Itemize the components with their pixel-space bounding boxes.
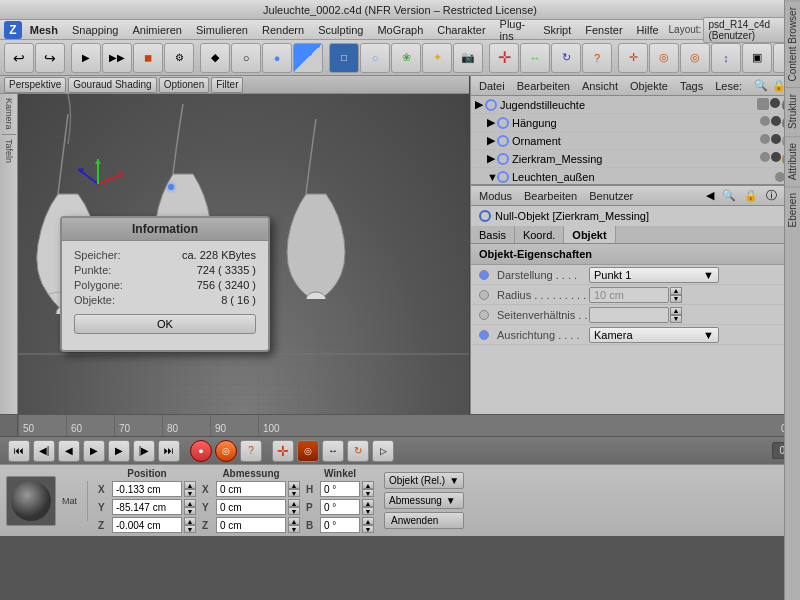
vp-options-btn[interactable]: Optionen <box>159 77 210 93</box>
undo-btn[interactable]: ↩ <box>4 43 34 73</box>
x-spin-up[interactable]: ▲ <box>184 481 196 489</box>
menu-snapping[interactable]: Snapping <box>66 20 125 39</box>
menu-skript[interactable]: Skript <box>537 20 577 39</box>
play-btn[interactable]: ▶ <box>83 440 105 462</box>
om-lese[interactable]: Lese: <box>711 80 746 92</box>
tree-item[interactable]: ▶ Zierkram_Messing <box>471 150 800 168</box>
cameras-tab[interactable]: Kamera <box>4 98 14 130</box>
next-key-btn[interactable]: |▶ <box>133 440 155 462</box>
sz-spin-up[interactable]: ▲ <box>288 517 300 525</box>
y-spin-down[interactable]: ▼ <box>184 507 196 515</box>
menu-simulieren[interactable]: Simulieren <box>190 20 254 39</box>
display-btn4[interactable] <box>293 43 323 73</box>
vp-filter-btn[interactable]: Filter <box>211 77 243 93</box>
render-region-btn[interactable]: ▶ <box>71 43 101 73</box>
attr-modus[interactable]: Modus <box>475 190 516 202</box>
menu-sculpting[interactable]: Sculpting <box>312 20 369 39</box>
z-spin-up[interactable]: ▲ <box>184 517 196 525</box>
vp-display-btn[interactable]: Gouraud Shading <box>68 77 156 93</box>
abmessung-dropdown[interactable]: Abmessung ▼ <box>384 492 464 509</box>
menu-plugins[interactable]: Plug-ins <box>494 20 536 39</box>
tab-koord[interactable]: Koord. <box>515 226 564 243</box>
motion-path-btn[interactable]: ? <box>240 440 262 462</box>
camera-btn[interactable]: 📷 <box>453 43 483 73</box>
sx-spin-up[interactable]: ▲ <box>288 481 300 489</box>
z-pos-input[interactable] <box>112 517 182 533</box>
b-spin-down[interactable]: ▼ <box>362 525 374 533</box>
menu-charakter[interactable]: Charakter <box>431 20 491 39</box>
menu-animieren[interactable]: Animieren <box>126 20 188 39</box>
seitenverh-input[interactable] <box>589 307 669 323</box>
sx-input[interactable] <box>216 481 286 497</box>
om-datei[interactable]: Datei <box>475 80 509 92</box>
skip-end-btn[interactable]: ⏭ <box>158 440 180 462</box>
p-spin-up[interactable]: ▲ <box>362 499 374 507</box>
layout-dropdown[interactable]: psd_R14_c4d (Benutzer) <box>703 17 796 43</box>
cube-btn[interactable]: □ <box>329 43 359 73</box>
om-bearbeiten[interactable]: Bearbeiten <box>513 80 574 92</box>
display-btn1[interactable]: ◆ <box>200 43 230 73</box>
prev-frame-btn[interactable]: ◀ <box>58 440 80 462</box>
seitenverh-spin-down[interactable]: ▼ <box>670 315 682 323</box>
move-btn[interactable]: ✛ <box>489 43 519 73</box>
menu-hilfe[interactable]: Hilfe <box>631 20 665 39</box>
snap-btn1[interactable]: ✛ <box>618 43 648 73</box>
snap-btn3[interactable]: ◎ <box>680 43 710 73</box>
record-auto-btn[interactable]: ◎ <box>215 440 237 462</box>
attr-search-icon[interactable]: 🔍 <box>722 189 736 202</box>
sy-input[interactable] <box>216 499 286 515</box>
tab-basis[interactable]: Basis <box>471 226 515 243</box>
timeline-btn[interactable]: ↔ <box>322 440 344 462</box>
skip-start-btn[interactable]: ⏮ <box>8 440 30 462</box>
question-btn[interactable]: ? <box>582 43 612 73</box>
tree-item[interactable]: ▶ Jugendstilleuchte <box>471 96 800 114</box>
side-tab-content[interactable]: Content Browser <box>785 0 800 87</box>
add-keyframe-btn[interactable]: ✛ <box>272 440 294 462</box>
record-btn[interactable]: ● <box>190 440 212 462</box>
display-btn2[interactable]: ○ <box>231 43 261 73</box>
om-ansicht[interactable]: Ansicht <box>578 80 622 92</box>
obj-rel-dropdown[interactable]: Objekt (Rel.) ▼ <box>384 472 464 489</box>
b-spin-up[interactable]: ▲ <box>362 517 374 525</box>
b-input[interactable] <box>320 517 360 533</box>
light-btn[interactable]: ✦ <box>422 43 452 73</box>
play-range-btn[interactable]: ▷ <box>372 440 394 462</box>
tree-item[interactable]: ▶ Hängung <box>471 114 800 132</box>
anwenden-btn[interactable]: Anwenden <box>384 512 464 529</box>
sz-spin-down[interactable]: ▼ <box>288 525 300 533</box>
keyframe-record-btn[interactable]: ◎ <box>297 440 319 462</box>
snap-btn5[interactable]: ▣ <box>742 43 772 73</box>
scale-btn[interactable]: ↔ <box>520 43 550 73</box>
redo-btn[interactable]: ↪ <box>35 43 65 73</box>
h-spin-down[interactable]: ▼ <box>362 489 374 497</box>
seitenverh-spin-up[interactable]: ▲ <box>670 307 682 315</box>
tree-item[interactable]: ▼ Leuchten_außen <box>471 168 800 184</box>
radius-spin-up[interactable]: ▲ <box>670 287 682 295</box>
side-tab-attribute[interactable]: Attribute <box>785 136 800 186</box>
om-search-icon[interactable]: 🔍 <box>754 79 768 92</box>
sphere-btn[interactable]: ○ <box>360 43 390 73</box>
h-spin-up[interactable]: ▲ <box>362 481 374 489</box>
render-settings[interactable]: ⚙ <box>164 43 194 73</box>
p-spin-down[interactable]: ▼ <box>362 507 374 515</box>
x-pos-input[interactable] <box>112 481 182 497</box>
attr-info-icon[interactable]: ⓘ <box>766 188 777 203</box>
y-spin-up[interactable]: ▲ <box>184 499 196 507</box>
info-ok-button[interactable]: OK <box>74 314 256 334</box>
menu-fenster[interactable]: Fenster <box>579 20 628 39</box>
h-input[interactable] <box>320 481 360 497</box>
display-btn3[interactable]: ● <box>262 43 292 73</box>
side-tab-ebenen[interactable]: Ebenen <box>785 186 800 233</box>
radius-input[interactable] <box>589 287 669 303</box>
attr-back-icon[interactable]: ◀ <box>706 189 714 202</box>
sz-input[interactable] <box>216 517 286 533</box>
attr-benutzer[interactable]: Benutzer <box>585 190 637 202</box>
x-spin-down[interactable]: ▼ <box>184 489 196 497</box>
sx-spin-down[interactable]: ▼ <box>288 489 300 497</box>
p-input[interactable] <box>320 499 360 515</box>
rotate-btn[interactable]: ↻ <box>551 43 581 73</box>
plant-btn[interactable]: ❀ <box>391 43 421 73</box>
attr-bearbeiten[interactable]: Bearbeiten <box>520 190 581 202</box>
next-frame-btn[interactable]: ▶ <box>108 440 130 462</box>
y-pos-input[interactable] <box>112 499 182 515</box>
